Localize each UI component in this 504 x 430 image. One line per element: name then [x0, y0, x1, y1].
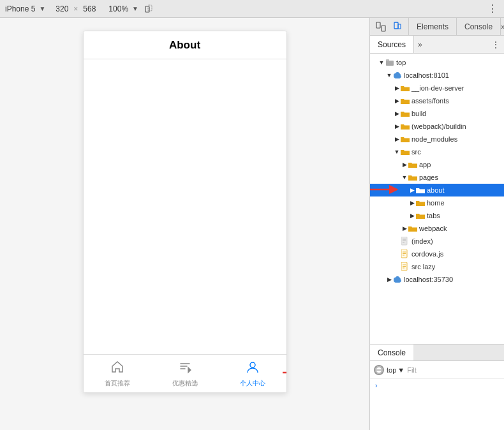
console-tab-label[interactable]: Console — [370, 345, 413, 360]
cloud-icon-35730 — [393, 275, 402, 284]
sources-tab[interactable]: Sources — [370, 36, 414, 53]
file-icon-srclazy — [401, 262, 410, 271]
sources-panel: Sources » ⋮ ▼ top — [370, 36, 504, 344]
tree-toggle[interactable]: ▶ — [393, 84, 401, 92]
device-height: 568 — [83, 4, 96, 13]
deals-tab-label: 优惠精选 — [172, 379, 198, 388]
folder-icon-ion — [401, 84, 410, 93]
tree-label-localhost8101: localhost:8101 — [404, 71, 449, 79]
toolbar-more-button[interactable]: ⋮ — [486, 3, 499, 15]
svg-rect-0 — [145, 6, 149, 12]
device-dropdown-icon[interactable]: ▼ — [39, 5, 45, 12]
tree-toggle[interactable]: ▶ — [385, 276, 393, 283]
tree-row-assets[interactable]: ▶ assets/fonts — [370, 94, 504, 107]
devtools-main-tabs: Elements Console — [409, 18, 501, 35]
profile-tab-icon — [246, 360, 260, 378]
tree-toggle[interactable]: ▶ — [401, 161, 408, 168]
folder-icon-webpack — [408, 224, 417, 233]
tree-row-src[interactable]: ▼ src — [370, 145, 504, 158]
tree-row-top[interactable]: ▼ top — [370, 56, 504, 69]
tree-label-home: home — [427, 199, 445, 207]
console-filter-label: Filt — [407, 366, 500, 374]
deals-tab-icon — [178, 360, 192, 378]
tab-item-home[interactable]: 首页推荐 — [84, 360, 151, 388]
tree-label-tabs: tabs — [427, 212, 440, 219]
tree-label-about: about — [427, 186, 445, 194]
folder-icon-assets — [401, 96, 410, 105]
tree-row-index[interactable]: ▶ (index) — [370, 235, 504, 248]
tree-row-localhost35730[interactable]: ▶ localhost:35730 — [370, 273, 504, 286]
svg-rect-11 — [386, 59, 389, 61]
svg-point-33 — [396, 276, 400, 281]
tab-arrow-annotation — [283, 366, 287, 382]
device-mode-button[interactable] — [389, 19, 406, 35]
tree-toggle[interactable]: ▶ — [393, 122, 401, 130]
tree-row-webpack-buildin[interactable]: ▶ (webpack)/buildin — [370, 120, 504, 133]
cloud-icon-8101 — [393, 71, 402, 80]
tree-toggle[interactable]: ▼ — [385, 71, 393, 79]
tree-label-src-lazy: src lazy — [411, 263, 435, 271]
tree-toggle[interactable]: ▶ — [408, 186, 416, 194]
tree-row-node-modules[interactable]: ▶ node_modules — [370, 133, 504, 145]
zoom-dropdown-icon[interactable]: ▼ — [132, 5, 138, 12]
tree-row-tabs[interactable]: ▶ tabs — [370, 209, 504, 222]
tree-toggle[interactable]: ▶ — [393, 135, 401, 143]
tree-label-cordova: cordova.js — [411, 250, 443, 258]
console-tab[interactable]: Console — [457, 18, 501, 35]
toolbar-cross: × — [73, 4, 78, 13]
home-tab-icon — [110, 360, 124, 378]
tree-toggle[interactable]: ▼ — [378, 59, 385, 66]
device-tab-bar: 首页推荐 优惠精选 — [84, 354, 286, 392]
folder-icon-about — [416, 186, 425, 195]
sources-tabs: Sources » ⋮ — [370, 36, 504, 54]
tree-label-node-modules: node_modules — [411, 135, 457, 143]
device-panel: About 首页推荐 — [0, 18, 370, 430]
devtools-more-button[interactable]: » — [501, 18, 504, 35]
folder-icon-src — [401, 147, 410, 156]
folder-icon-tabs — [416, 211, 425, 220]
tree-row-cordova[interactable]: ▶ cordova.js — [370, 248, 504, 260]
tree-row-pages[interactable]: ▼ pages — [370, 171, 504, 184]
console-arrow: › — [375, 382, 378, 389]
folder-icon-webpack-buildin — [401, 122, 410, 131]
file-tree[interactable]: ▼ top ▼ localhost:8101 — [370, 54, 504, 344]
tree-toggle[interactable]: ▶ — [393, 97, 401, 105]
file-icon-index — [401, 237, 410, 246]
main-layout: About 首页推荐 — [0, 18, 504, 430]
tree-toggle[interactable]: ▼ — [393, 148, 401, 156]
tree-toggle[interactable]: ▶ — [408, 212, 416, 219]
tree-row-src-lazy[interactable]: ▶ src lazy — [370, 260, 504, 273]
sources-tab-more[interactable]: » — [414, 36, 426, 53]
tree-label-webpack: webpack — [419, 225, 447, 232]
tree-label-index: (index) — [411, 237, 433, 245]
tree-toggle[interactable]: ▶ — [401, 225, 408, 232]
devtools-top-tabs: Elements Console » ⋮ — [370, 18, 504, 36]
profile-tab-label: 个人中心 — [240, 379, 265, 388]
rotate-button[interactable] — [142, 3, 155, 15]
tree-row-build[interactable]: ▶ build — [370, 107, 504, 120]
elements-tab[interactable]: Elements — [409, 18, 457, 35]
tree-label-build: build — [411, 110, 426, 117]
tree-row-about[interactable]: ▶ about — [370, 184, 504, 196]
folder-icon-app — [408, 160, 417, 169]
tree-toggle[interactable]: ▼ — [401, 174, 408, 181]
tree-row-webpack[interactable]: ▶ webpack — [370, 222, 504, 235]
folder-icon-build — [401, 109, 410, 118]
no-entry-icon[interactable] — [374, 365, 384, 375]
tab-item-profile[interactable]: 个人中心 — [219, 360, 286, 388]
tree-row-ion-dev[interactable]: ▶ __ion-dev-server — [370, 82, 504, 94]
tree-toggle[interactable]: ▶ — [393, 110, 401, 117]
console-context-select[interactable]: top ▼ — [387, 366, 404, 374]
tree-row-localhost8101[interactable]: ▼ localhost:8101 — [370, 69, 504, 82]
tree-label-ion: __ion-dev-server — [411, 84, 464, 92]
tree-label-pages: pages — [419, 174, 438, 181]
tree-toggle[interactable]: ▶ — [408, 199, 416, 207]
tree-row-home[interactable]: ▶ home — [370, 196, 504, 209]
svg-point-15 — [396, 72, 400, 77]
inspect-element-button[interactable] — [373, 19, 389, 35]
file-icon-cordova — [401, 249, 410, 258]
tab-item-deals[interactable]: 优惠精选 — [151, 360, 219, 388]
sources-kebab-button[interactable]: ⋮ — [487, 36, 504, 53]
sources-tab-spacer — [426, 36, 487, 53]
tree-row-app[interactable]: ▶ app — [370, 158, 504, 171]
